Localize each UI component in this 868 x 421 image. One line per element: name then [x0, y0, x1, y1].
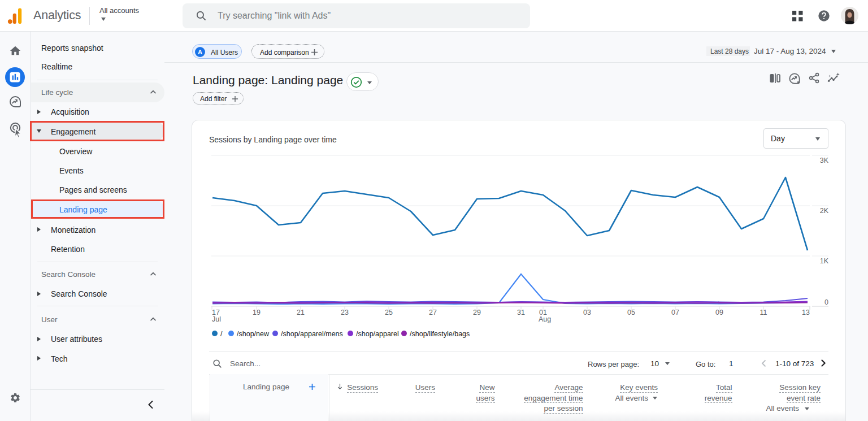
- svg-text:29: 29: [473, 309, 481, 316]
- svg-text:11: 11: [760, 309, 767, 316]
- svg-text:07: 07: [671, 309, 679, 316]
- svg-text:09: 09: [715, 309, 723, 316]
- svg-text:1K: 1K: [820, 257, 829, 265]
- svg-text:21: 21: [297, 309, 305, 316]
- svg-text:31: 31: [517, 309, 525, 316]
- svg-text:05: 05: [627, 309, 635, 316]
- svg-text:2K: 2K: [820, 207, 829, 215]
- svg-text:Jul: Jul: [212, 315, 221, 323]
- svg-text:0: 0: [824, 298, 828, 306]
- svg-text:19: 19: [253, 309, 261, 316]
- svg-text:23: 23: [341, 309, 349, 316]
- svg-text:3K: 3K: [820, 157, 829, 164]
- svg-text:Aug: Aug: [539, 315, 551, 323]
- svg-text:25: 25: [385, 309, 393, 316]
- svg-text:13: 13: [802, 309, 810, 316]
- svg-text:03: 03: [583, 309, 591, 316]
- svg-text:27: 27: [429, 309, 437, 316]
